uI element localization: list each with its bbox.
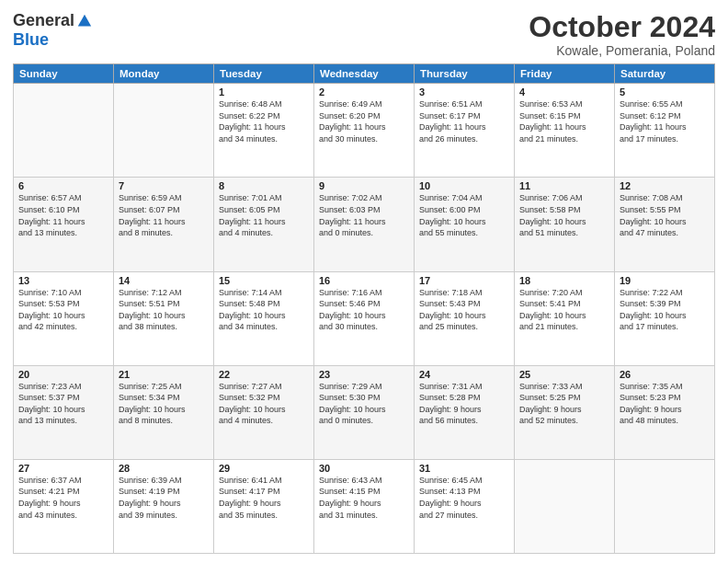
day-info: Sunrise: 7:29 AMSunset: 5:30 PMDaylight:… <box>319 381 409 427</box>
day-cell: 22Sunrise: 7:27 AMSunset: 5:32 PMDayligh… <box>214 365 314 459</box>
calendar-table: SundayMondayTuesdayWednesdayThursdayFrid… <box>13 63 715 554</box>
day-cell: 27Sunrise: 6:37 AMSunset: 4:21 PMDayligh… <box>14 459 114 553</box>
day-number: 11 <box>519 180 609 191</box>
day-number: 26 <box>620 369 710 380</box>
col-header-wednesday: Wednesday <box>314 64 415 84</box>
svg-marker-0 <box>78 14 91 26</box>
day-cell: 1Sunrise: 6:48 AMSunset: 6:22 PMDaylight… <box>214 84 314 178</box>
logo-blue: Blue <box>13 30 49 50</box>
day-cell: 5Sunrise: 6:55 AMSunset: 6:12 PMDaylight… <box>615 84 715 178</box>
logo-icon <box>76 13 93 29</box>
day-info: Sunrise: 6:59 AMSunset: 6:07 PMDaylight:… <box>119 192 209 238</box>
day-number: 23 <box>319 369 409 380</box>
day-info: Sunrise: 7:12 AMSunset: 5:51 PMDaylight:… <box>119 287 209 333</box>
day-number: 22 <box>219 369 309 380</box>
day-cell: 28Sunrise: 6:39 AMSunset: 4:19 PMDayligh… <box>114 459 214 553</box>
week-row-2: 13Sunrise: 7:10 AMSunset: 5:53 PMDayligh… <box>14 271 715 365</box>
day-info: Sunrise: 7:02 AMSunset: 6:03 PMDaylight:… <box>319 192 409 238</box>
page: General Blue October 2024 Kowale, Pomera… <box>0 0 728 563</box>
col-header-friday: Friday <box>515 64 615 84</box>
week-row-4: 27Sunrise: 6:37 AMSunset: 4:21 PMDayligh… <box>14 459 715 553</box>
day-info: Sunrise: 6:37 AMSunset: 4:21 PMDaylight:… <box>18 475 108 521</box>
day-info: Sunrise: 7:10 AMSunset: 5:53 PMDaylight:… <box>18 287 108 333</box>
day-cell: 14Sunrise: 7:12 AMSunset: 5:51 PMDayligh… <box>114 271 214 365</box>
day-cell: 24Sunrise: 7:31 AMSunset: 5:28 PMDayligh… <box>415 365 515 459</box>
header: General Blue October 2024 Kowale, Pomera… <box>13 11 715 58</box>
day-info: Sunrise: 7:22 AMSunset: 5:39 PMDaylight:… <box>620 287 710 333</box>
day-cell: 16Sunrise: 7:16 AMSunset: 5:46 PMDayligh… <box>314 271 415 365</box>
day-info: Sunrise: 7:25 AMSunset: 5:34 PMDaylight:… <box>119 381 209 427</box>
day-info: Sunrise: 7:08 AMSunset: 5:55 PMDaylight:… <box>620 192 710 238</box>
day-cell: 4Sunrise: 6:53 AMSunset: 6:15 PMDaylight… <box>515 84 615 178</box>
day-info: Sunrise: 7:04 AMSunset: 6:00 PMDaylight:… <box>419 192 509 238</box>
day-info: Sunrise: 7:16 AMSunset: 5:46 PMDaylight:… <box>319 287 409 333</box>
day-cell: 30Sunrise: 6:43 AMSunset: 4:15 PMDayligh… <box>314 459 415 553</box>
col-header-tuesday: Tuesday <box>214 64 314 84</box>
day-info: Sunrise: 6:41 AMSunset: 4:17 PMDaylight:… <box>219 475 309 521</box>
logo-general: General <box>13 11 74 30</box>
day-info: Sunrise: 6:51 AMSunset: 6:17 PMDaylight:… <box>419 98 509 144</box>
day-cell: 25Sunrise: 7:33 AMSunset: 5:25 PMDayligh… <box>515 365 615 459</box>
day-cell <box>615 459 715 553</box>
day-info: Sunrise: 6:48 AMSunset: 6:22 PMDaylight:… <box>219 98 309 144</box>
day-number: 20 <box>18 369 108 380</box>
day-cell <box>114 84 214 178</box>
day-cell: 21Sunrise: 7:25 AMSunset: 5:34 PMDayligh… <box>114 365 214 459</box>
day-number: 17 <box>419 275 509 286</box>
day-number: 1 <box>219 86 309 98</box>
day-info: Sunrise: 7:35 AMSunset: 5:23 PMDaylight:… <box>620 381 710 427</box>
col-header-saturday: Saturday <box>615 64 715 84</box>
day-number: 15 <box>219 275 309 286</box>
day-number: 5 <box>620 86 710 98</box>
day-number: 10 <box>419 180 509 191</box>
logo: General Blue <box>13 11 93 50</box>
day-cell: 7Sunrise: 6:59 AMSunset: 6:07 PMDaylight… <box>114 178 214 271</box>
day-cell: 6Sunrise: 6:57 AMSunset: 6:10 PMDaylight… <box>14 178 114 271</box>
day-info: Sunrise: 6:49 AMSunset: 6:20 PMDaylight:… <box>319 98 409 144</box>
day-number: 30 <box>319 463 409 474</box>
day-number: 25 <box>519 369 609 380</box>
subtitle: Kowale, Pomerania, Poland <box>529 43 715 58</box>
day-cell: 11Sunrise: 7:06 AMSunset: 5:58 PMDayligh… <box>515 178 615 271</box>
day-info: Sunrise: 6:57 AMSunset: 6:10 PMDaylight:… <box>18 192 108 238</box>
day-info: Sunrise: 6:39 AMSunset: 4:19 PMDaylight:… <box>119 475 209 521</box>
month-title: October 2024 <box>529 11 715 43</box>
day-number: 27 <box>18 463 108 474</box>
day-info: Sunrise: 7:31 AMSunset: 5:28 PMDaylight:… <box>419 381 509 427</box>
day-cell: 2Sunrise: 6:49 AMSunset: 6:20 PMDaylight… <box>314 84 415 178</box>
day-info: Sunrise: 7:33 AMSunset: 5:25 PMDaylight:… <box>519 381 609 427</box>
day-number: 8 <box>219 180 309 191</box>
day-cell: 23Sunrise: 7:29 AMSunset: 5:30 PMDayligh… <box>314 365 415 459</box>
day-cell: 31Sunrise: 6:45 AMSunset: 4:13 PMDayligh… <box>415 459 515 553</box>
day-number: 28 <box>119 463 209 474</box>
day-info: Sunrise: 7:06 AMSunset: 5:58 PMDaylight:… <box>519 192 609 238</box>
day-cell: 3Sunrise: 6:51 AMSunset: 6:17 PMDaylight… <box>415 84 515 178</box>
day-cell: 12Sunrise: 7:08 AMSunset: 5:55 PMDayligh… <box>615 178 715 271</box>
day-cell <box>515 459 615 553</box>
day-cell: 17Sunrise: 7:18 AMSunset: 5:43 PMDayligh… <box>415 271 515 365</box>
day-number: 24 <box>419 369 509 380</box>
day-number: 13 <box>18 275 108 286</box>
day-number: 7 <box>119 180 209 191</box>
col-header-thursday: Thursday <box>415 64 515 84</box>
day-info: Sunrise: 7:27 AMSunset: 5:32 PMDaylight:… <box>219 381 309 427</box>
col-header-sunday: Sunday <box>14 64 114 84</box>
day-info: Sunrise: 6:43 AMSunset: 4:15 PMDaylight:… <box>319 475 409 521</box>
day-cell: 19Sunrise: 7:22 AMSunset: 5:39 PMDayligh… <box>615 271 715 365</box>
col-header-monday: Monday <box>114 64 214 84</box>
day-cell: 8Sunrise: 7:01 AMSunset: 6:05 PMDaylight… <box>214 178 314 271</box>
day-cell: 20Sunrise: 7:23 AMSunset: 5:37 PMDayligh… <box>14 365 114 459</box>
week-row-0: 1Sunrise: 6:48 AMSunset: 6:22 PMDaylight… <box>14 84 715 178</box>
day-number: 3 <box>419 86 509 98</box>
day-number: 12 <box>620 180 710 191</box>
day-info: Sunrise: 7:18 AMSunset: 5:43 PMDaylight:… <box>419 287 509 333</box>
day-number: 18 <box>519 275 609 286</box>
day-info: Sunrise: 7:23 AMSunset: 5:37 PMDaylight:… <box>18 381 108 427</box>
day-cell: 29Sunrise: 6:41 AMSunset: 4:17 PMDayligh… <box>214 459 314 553</box>
day-number: 29 <box>219 463 309 474</box>
week-row-3: 20Sunrise: 7:23 AMSunset: 5:37 PMDayligh… <box>14 365 715 459</box>
day-number: 19 <box>620 275 710 286</box>
day-number: 21 <box>119 369 209 380</box>
day-info: Sunrise: 7:14 AMSunset: 5:48 PMDaylight:… <box>219 287 309 333</box>
day-number: 31 <box>419 463 509 474</box>
